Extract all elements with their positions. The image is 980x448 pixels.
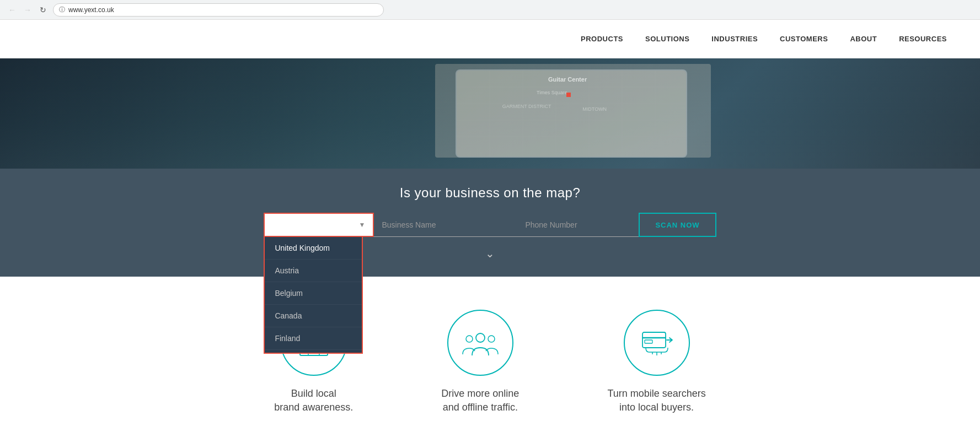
reload-button[interactable]: ↻ (38, 4, 49, 15)
phone-number-input[interactable] (517, 213, 639, 237)
chevron-down-icon: ▼ (359, 221, 366, 229)
dropdown-item-at[interactable]: Austria (265, 260, 362, 282)
back-button[interactable]: ← (7, 4, 18, 15)
nav-about[interactable]: ABOUT (850, 35, 877, 43)
dropdown-item-fr[interactable]: France (265, 350, 362, 353)
card-icon (638, 328, 676, 358)
scroll-down-arrow[interactable]: ⌄ (485, 247, 495, 260)
nav-solutions[interactable]: SOLUTIONS (645, 35, 689, 43)
nav-products[interactable]: PRODUCTS (581, 35, 623, 43)
mobile-buyers-label: Turn mobile searchersinto local buyers. (607, 387, 705, 414)
nav-resources[interactable]: RESOURCES (899, 35, 947, 43)
svg-rect-22 (645, 340, 652, 343)
browser-bar: ← → ↻ ⓘ www.yext.co.uk (0, 0, 980, 20)
search-form: ▼ United Kingdom Austria Belgium Canada … (264, 213, 716, 237)
dropdown-scroll[interactable]: United Kingdom Austria Belgium Canada Fi… (265, 237, 362, 353)
people-icon (461, 328, 500, 358)
svg-point-19 (488, 336, 495, 342)
country-select-wrapper: ▼ United Kingdom Austria Belgium Canada … (264, 213, 374, 237)
search-section: Is your business on the map? ▼ United Ki… (0, 169, 980, 277)
svg-point-18 (466, 336, 473, 342)
mobile-buyers-icon-circle (624, 310, 690, 376)
country-select-button[interactable]: ▼ (264, 213, 374, 237)
nav-industries[interactable]: INDUSTRIES (711, 35, 758, 43)
top-nav: PRODUCTS SOLUTIONS INDUSTRIES CUSTOMERS … (0, 20, 980, 58)
online-traffic-label: Drive more onlineand offline traffic. (441, 387, 519, 414)
address-bar[interactable]: ⓘ www.yext.co.uk (53, 3, 384, 17)
secure-icon: ⓘ (59, 6, 65, 14)
brand-awareness-label: Build localbrand awareness. (274, 387, 353, 414)
business-name-input[interactable] (374, 213, 517, 237)
map-grid (457, 71, 686, 156)
feature-mobile-buyers: Turn mobile searchersinto local buyers. (607, 310, 705, 414)
hero-headline: Is your business on the map? (400, 185, 581, 201)
features-section: Build localbrand awareness. Drive more o… (0, 277, 980, 436)
dropdown-item-ca[interactable]: Canada (265, 305, 362, 327)
forward-button[interactable]: → (22, 4, 33, 15)
dropdown-item-uk[interactable]: United Kingdom (265, 237, 362, 260)
scan-now-button[interactable]: SCAN NOW (639, 213, 716, 237)
nav-customers[interactable]: CUSTOMERS (780, 35, 828, 43)
online-traffic-icon-circle (447, 310, 513, 376)
map-pin (566, 93, 571, 97)
dropdown-item-be[interactable]: Belgium (265, 282, 362, 305)
url-text: www.yext.co.uk (68, 6, 114, 14)
hero-section: Guitar Center Times Square GARMENT DISTR… (0, 58, 980, 169)
dropdown-item-fi[interactable]: Finland (265, 327, 362, 350)
feature-online-traffic: Drive more onlineand offline traffic. (441, 310, 519, 414)
svg-point-17 (476, 333, 485, 342)
tablet-mockup: Guitar Center Times Square GARMENT DISTR… (456, 69, 687, 158)
country-dropdown: United Kingdom Austria Belgium Canada Fi… (264, 237, 363, 354)
nav-links: PRODUCTS SOLUTIONS INDUSTRIES CUSTOMERS … (581, 35, 947, 43)
